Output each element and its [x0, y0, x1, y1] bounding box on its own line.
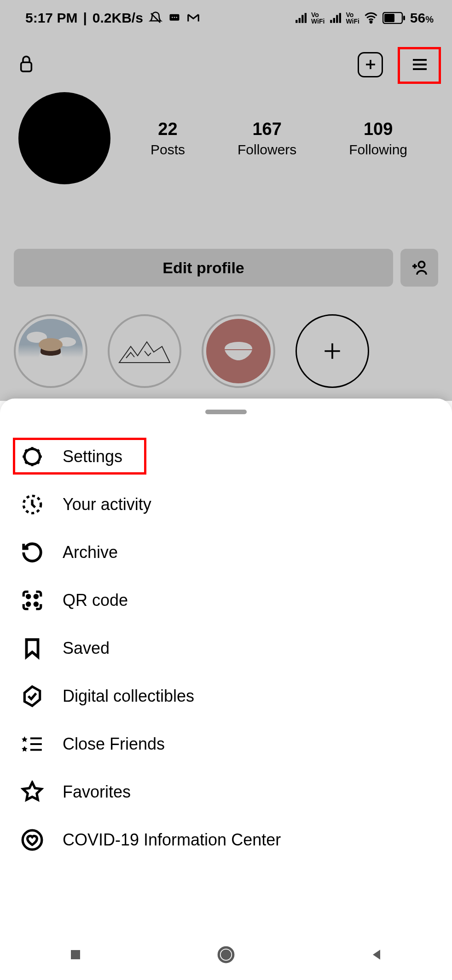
menu-item-archive[interactable]: Archive	[0, 528, 452, 576]
discover-people-button[interactable]	[400, 249, 438, 287]
svg-point-3	[176, 17, 177, 18]
private-lock-icon	[18, 54, 34, 75]
create-post-button[interactable]	[358, 52, 383, 77]
menu-label: Close Friends	[63, 734, 165, 754]
profile-background: 5:17 PM | 0.2KB/s VoWiFi VoWiFi	[0, 0, 452, 401]
svg-point-17	[27, 603, 30, 605]
story-highlight-3[interactable]	[202, 314, 275, 388]
menu-item-saved[interactable]: Saved	[0, 624, 452, 672]
edit-profile-button[interactable]: Edit profile	[14, 249, 393, 287]
svg-point-18	[35, 603, 37, 605]
sheet-grabber[interactable]	[205, 410, 247, 414]
posts-count: 22	[151, 119, 185, 139]
wifi-icon	[364, 11, 378, 25]
vowifi-2-label: VoWiFi	[346, 12, 359, 24]
svg-point-19	[23, 830, 42, 850]
svg-rect-8	[21, 62, 32, 71]
status-bar: 5:17 PM | 0.2KB/s VoWiFi VoWiFi	[0, 0, 452, 32]
activity-icon	[20, 493, 44, 516]
followers-count: 167	[238, 119, 296, 139]
qrcode-icon	[20, 588, 44, 612]
svg-point-1	[172, 17, 173, 18]
star-list-icon	[20, 732, 44, 756]
bookmark-icon	[20, 636, 44, 660]
svg-rect-7	[403, 16, 405, 20]
posts-label: Posts	[151, 142, 185, 158]
status-time: 5:17 PM	[25, 10, 77, 26]
status-net-speed: 0.2KB/s	[93, 10, 143, 26]
archive-icon	[20, 540, 44, 564]
star-icon	[20, 780, 44, 804]
profile-avatar[interactable]	[18, 92, 110, 184]
following-label: Following	[349, 142, 407, 158]
heart-circle-icon	[20, 828, 44, 852]
menu-item-activity[interactable]: Your activity	[0, 481, 452, 528]
hexagon-check-icon	[20, 684, 44, 708]
nav-recent-button[interactable]	[66, 945, 85, 964]
add-highlight-button[interactable]	[296, 314, 369, 388]
followers-stat[interactable]: 167 Followers	[238, 119, 296, 158]
hamburger-menu-button[interactable]	[401, 46, 438, 83]
svg-point-9	[418, 262, 424, 268]
bottom-sheet: Settings Your activity Archive QR code S…	[0, 399, 452, 980]
menu-label: Archive	[63, 543, 118, 562]
svg-point-2	[174, 17, 175, 18]
menu-item-favorites[interactable]: Favorites	[0, 768, 452, 816]
menu-label: COVID-19 Information Center	[63, 830, 281, 850]
following-stat[interactable]: 109 Following	[349, 119, 407, 158]
menu-item-qrcode[interactable]: QR code	[0, 576, 452, 624]
dnd-icon	[149, 11, 162, 25]
svg-point-13	[24, 449, 40, 464]
signal-1-icon	[295, 12, 307, 24]
nav-back-button[interactable]	[367, 945, 386, 964]
svg-point-4	[370, 21, 372, 23]
posts-stat[interactable]: 22 Posts	[151, 119, 185, 158]
followers-label: Followers	[238, 142, 296, 158]
menu-item-settings[interactable]: Settings	[0, 433, 452, 481]
menu-item-digital-collectibles[interactable]: Digital collectibles	[0, 672, 452, 720]
android-nav-bar	[0, 929, 452, 980]
story-highlight-2[interactable]	[108, 314, 181, 388]
svg-point-16	[35, 595, 37, 598]
story-highlight-1[interactable]	[14, 314, 87, 388]
status-sep: |	[83, 10, 87, 26]
settings-icon	[20, 445, 44, 469]
nav-home-button[interactable]	[216, 945, 236, 964]
battery-icon	[382, 12, 406, 24]
gmail-icon	[186, 11, 200, 25]
svg-rect-6	[384, 14, 394, 22]
signal-2-icon	[329, 12, 341, 24]
edit-profile-label: Edit profile	[162, 259, 244, 277]
svg-point-15	[27, 595, 30, 598]
menu-label: Settings	[63, 447, 122, 466]
following-count: 109	[349, 119, 407, 139]
menu-item-covid[interactable]: COVID-19 Information Center	[0, 816, 452, 864]
svg-point-12	[39, 338, 63, 351]
menu-label: Digital collectibles	[63, 687, 194, 706]
menu-label: Favorites	[63, 782, 131, 802]
vowifi-1-label: VoWiFi	[311, 12, 325, 24]
sms-icon	[168, 12, 181, 24]
menu-label: QR code	[63, 591, 128, 610]
svg-rect-20	[71, 950, 80, 959]
battery-percent: 56%	[410, 10, 434, 26]
menu-item-close-friends[interactable]: Close Friends	[0, 720, 452, 768]
svg-point-22	[222, 951, 230, 959]
menu-label: Your activity	[63, 495, 151, 514]
menu-label: Saved	[63, 639, 110, 658]
